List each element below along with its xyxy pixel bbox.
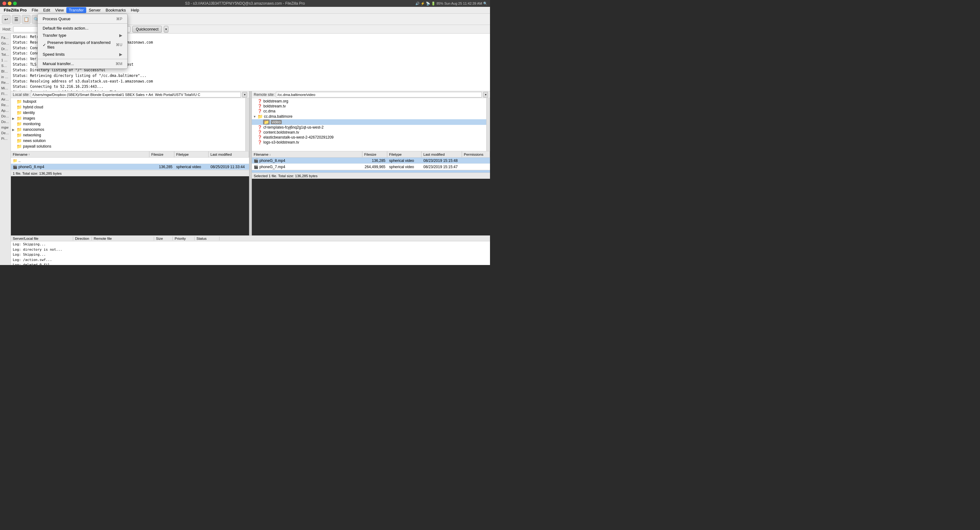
tree-item-monitoring[interactable]: 📁 monitoring [11,121,249,127]
folder-icon: 📁 [16,110,22,115]
file-row-phoneg7-remote[interactable]: 🎬 phoneG_7.mp4 264,499,965 spherical vid… [252,164,490,170]
quickconnect-button[interactable]: Quickconnect [132,26,162,33]
sidebar-item-michael[interactable]: Michael [0,85,11,91]
tree-item-boldstream-org[interactable]: ❓ boldstream.org [252,99,490,104]
tree-item-networking[interactable]: 📁 networking [11,132,249,138]
col-header-modified-local[interactable]: Last modified [208,151,249,157]
col-header-filetype-remote[interactable]: Filetype [387,151,422,157]
menu-default-file-action[interactable]: Default file exists action... [38,25,127,32]
sidebar-item-docume[interactable]: Docume [0,119,11,124]
sidebar-item-resume[interactable]: Resume [0,80,11,85]
sidebar-item-desktop[interactable]: Desktop [0,130,11,136]
tree-item-label: video [271,120,282,124]
menu-file[interactable]: File [29,7,41,13]
folder-icon: 📁 [258,114,263,119]
local-site-path[interactable] [31,92,241,97]
toolbar-btn-3[interactable]: 📋 [22,15,30,24]
tree-item-hybridcloud[interactable]: 📁 hybrid cloud [11,104,249,110]
tree-item-logs-s3[interactable]: ❓ logs-s3-boldstream.tv [252,140,490,145]
tree-toggle-expand[interactable]: ▶ [12,117,16,120]
quickconnect-dropdown-arrow[interactable]: ▾ [164,26,169,33]
tree-item-label: boldstream.org [263,99,288,103]
remote-site-path[interactable] [276,92,482,97]
toolbar-btn-1[interactable]: ↩ [2,15,11,24]
sidebar-item-airdrop[interactable]: AirDrop [0,97,11,102]
menu-filezilla[interactable]: FileZilla Pro [1,7,29,13]
col-header-filesize-local[interactable]: Filesize [150,151,174,157]
menu-process-queue[interactable]: Process Queue ⌘P [38,15,127,22]
queue-col-priority: Priority [173,237,194,240]
local-tree-scrollbar[interactable] [245,98,249,151]
tree-item-content-boldstream[interactable]: ❓ content.boldstream.tv [252,130,490,135]
file-type-phoneg8-local: spherical video [174,165,208,169]
menu-transfer[interactable]: Transfer [66,7,86,13]
tree-toggle-collapse[interactable]: ▼ [253,115,258,118]
tree-item-paywall[interactable]: 📁 paywall solutions [11,143,249,149]
sidebar-item-mgw[interactable]: mgw [0,124,11,130]
speed-limits-label: Speed limits [43,52,65,57]
tree-item-ccdma[interactable]: ❓ cc.dma [252,109,490,114]
file-row-phoneg8-local[interactable]: 🎬 phoneG_8.mp4 136,285 spherical video 0… [11,164,249,170]
sidebar-item-pictures[interactable]: Pictures [0,136,11,142]
tree-toggle-expand[interactable]: ▶ [12,128,16,131]
fullscreen-button[interactable] [13,2,17,5]
tree-item-newssolution[interactable]: 📁 news solution [11,138,249,143]
tree-item-ccdma-baltimore[interactable]: ▼ 📁 cc.dma.baltimore [252,114,490,119]
question-icon: ❓ [258,104,262,108]
preserve-timestamps-label: Preserve timestamps of transferred files [47,40,116,49]
sidebar-item-finale[interactable]: FINALE [0,91,11,97]
local-site-dropdown[interactable]: ▾ [242,92,247,97]
col-header-permissions-remote[interactable]: Permissions [462,151,490,157]
queue-col-direction: Direction [73,237,92,240]
sidebar-item-sbex[interactable]: 1 SBEX [0,57,11,63]
file-row-phoneg8-remote[interactable]: 🎬 phoneG_8.mp4 136,285 spherical video 0… [252,158,490,164]
sidebar-item-bitbuck[interactable]: BITBUCK [0,68,11,74]
sidebar-item-smartb[interactable]: Smart B [0,63,11,68]
queue-log-line: Log: /action.swf... [13,258,488,263]
col-header-modified-remote[interactable]: Last modified [422,151,462,157]
minimize-button[interactable] [8,2,11,5]
toolbar-btn-2[interactable]: ☰ [12,15,21,24]
sidebar-item-googled[interactable]: Google D [0,40,11,46]
menu-server[interactable]: Server [86,7,103,13]
close-button[interactable] [3,2,6,5]
sidebar-item-downloa[interactable]: Downloa [0,113,11,119]
col-header-filename-local[interactable]: Filename ↑ [11,151,150,157]
queue-log[interactable]: Log: Skipping... Log: directory is not..… [11,241,490,265]
preserve-check: ✓ [43,43,46,47]
remote-tree-view[interactable]: ❓ boldstream.org ❓ boldstream.tv ❓ cc.dm… [252,98,490,151]
panel-divider[interactable] [249,91,252,236]
menu-preserve-timestamps[interactable]: ✓ Preserve timestamps of transferred fil… [38,39,127,51]
tree-item-boldstream-tv[interactable]: ❓ boldstream.tv [252,104,490,109]
menu-help[interactable]: Help [128,7,142,13]
tree-item-hubspot[interactable]: 📁 hubspot [11,99,249,104]
tree-item-cf-templates[interactable]: ❓ cf-templates-fcyj6nq2g1qt-us-west-2 [252,125,490,130]
sidebar-item-favorites[interactable]: Favorit [0,35,11,40]
tree-item-nanocosmos[interactable]: ▶ 📁 nanocosmos [11,127,249,132]
sidebar-item-indev[interactable]: in devel [0,74,11,80]
sidebar-item-applicat[interactable]: Applicat [0,108,11,113]
col-header-filesize-remote[interactable]: Filesize [362,151,387,157]
file-row-parent[interactable]: 📁 .. [11,158,249,164]
sidebar-item-recents[interactable]: Recents [0,102,11,108]
remote-tree-scrollbar[interactable] [486,98,490,151]
tree-item-identity[interactable]: 📁 identity [11,110,249,116]
menu-edit[interactable]: Edit [41,7,52,13]
local-tree-view[interactable]: 📁 hubspot 📁 hybrid cloud 📁 identity [11,98,249,151]
col-header-filename-remote[interactable]: Filename ↓ [252,151,362,157]
tree-item-label: monitoring [23,122,40,126]
traffic-lights[interactable] [3,2,17,5]
sidebar-item-totalvu[interactable]: TotalVU [0,52,11,57]
menu-transfer-type[interactable]: Transfer type ▶ [38,32,127,39]
file-size-phoneg8-remote: 136,285 [362,159,387,163]
menu-speed-limits[interactable]: Speed limits ▶ [38,51,127,58]
tree-item-elasticbeanstalk[interactable]: ❓ elasticbeanstalk-us-west-2-42672029120… [252,135,490,140]
sidebar-item-dropbox[interactable]: Dropbox [0,46,11,52]
menu-bookmarks[interactable]: Bookmarks [103,7,128,13]
col-header-filetype-local[interactable]: Filetype [174,151,208,157]
menu-view[interactable]: View [52,7,66,13]
tree-item-images[interactable]: ▶ 📁 images [11,116,249,121]
tree-item-video[interactable]: 📁 video [252,119,490,125]
menu-manual-transfer[interactable]: Manual transfer... ⌘M [38,60,127,67]
remote-site-dropdown[interactable]: ▾ [483,92,488,97]
